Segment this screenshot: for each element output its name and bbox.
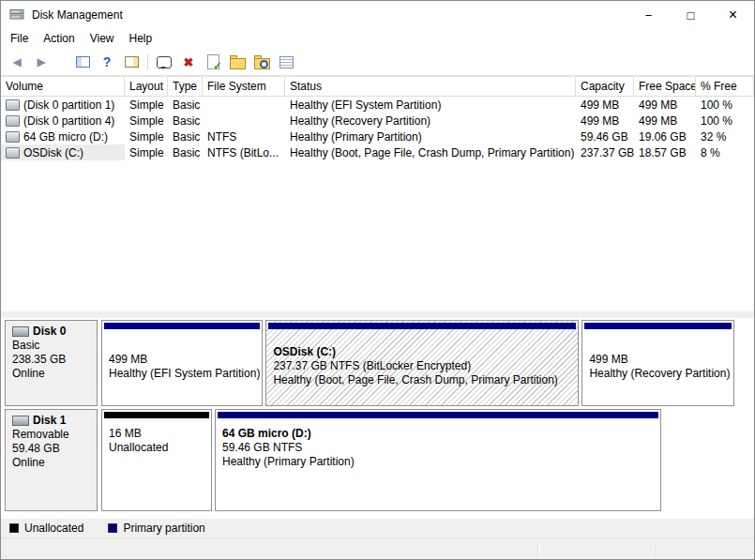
- maximize-button[interactable]: □: [670, 1, 712, 29]
- column-header-capacity[interactable]: Capacity: [576, 77, 634, 96]
- panel-splitter[interactable]: [1, 311, 754, 318]
- cell-free-space: 499 MB: [634, 97, 696, 113]
- disk-1-header[interactable]: Disk 1 Removable 59.48 GB Online: [5, 409, 98, 511]
- partition-osdisk-c[interactable]: OSDisk (C:) 237.37 GB NTFS (BitLocker En…: [265, 320, 579, 406]
- disk-management-window: Disk Management − □ × File Action View H…: [0, 0, 755, 560]
- cell-type: Basic: [168, 144, 203, 160]
- volume-label: (Disk 0 partition 1): [23, 98, 114, 112]
- partition-size: 499 MB: [589, 353, 732, 367]
- column-header-type[interactable]: Type: [168, 77, 203, 96]
- partition-text: OSDisk (C:) 237.37 GB NTFS (BitLocker En…: [268, 329, 576, 403]
- disk-name: Disk 0: [33, 325, 66, 339]
- help-icon[interactable]: ?: [98, 53, 115, 70]
- partition-text: 499 MB Healthy (Recovery Partition): [584, 329, 732, 403]
- minimize-button[interactable]: −: [627, 1, 670, 29]
- partition-status: Healthy (EFI System Partition): [109, 367, 260, 381]
- partition-recovery[interactable]: 499 MB Healthy (Recovery Partition): [581, 320, 734, 406]
- cell-file-system: NTFS (BitLo...: [203, 144, 285, 160]
- page-check-icon: ✓: [207, 54, 219, 69]
- cell-pct-free: 8 %: [696, 144, 754, 160]
- delete-volume-icon[interactable]: ✖: [180, 53, 197, 70]
- cell-volume: (Disk 0 partition 4): [1, 113, 125, 129]
- explore-folder-icon[interactable]: [253, 53, 270, 70]
- task-check-icon[interactable]: ✓: [204, 53, 221, 70]
- disk-0-partitions: 499 MB Healthy (EFI System Partition) OS…: [101, 320, 734, 406]
- column-header-file-system[interactable]: File System: [203, 77, 285, 96]
- column-header-free-space[interactable]: Free Space: [634, 77, 696, 96]
- column-header-pct-free[interactable]: % Free: [696, 77, 754, 96]
- close-button[interactable]: ×: [712, 1, 754, 29]
- cell-pct-free: 100 %: [696, 97, 754, 113]
- window-pane-alt-icon: [125, 56, 139, 68]
- partition-size: 16 MB: [109, 427, 209, 441]
- column-header-layout[interactable]: Layout: [125, 77, 168, 96]
- properties-icon[interactable]: [156, 53, 173, 70]
- volume-list: Volume Layout Type File System Status Ca…: [1, 76, 754, 311]
- list-icon: [279, 56, 294, 68]
- cell-volume: OSDisk (C:): [1, 144, 125, 160]
- cell-file-system: [203, 97, 285, 113]
- menu-file[interactable]: File: [3, 29, 36, 49]
- cell-type: Basic: [168, 113, 203, 129]
- volume-list-header: Volume Layout Type File System Status Ca…: [1, 76, 754, 97]
- cell-capacity: 59.46 GB: [576, 129, 634, 144]
- title-bar: Disk Management − □ ×: [1, 1, 754, 29]
- partition-text: 16 MB Unallocated: [104, 418, 209, 508]
- volume-label: 64 GB micro (D:): [23, 130, 108, 144]
- window-title: Disk Management: [32, 8, 123, 22]
- disk-type: Removable: [12, 428, 97, 442]
- partition-unallocated[interactable]: 16 MB Unallocated: [101, 409, 212, 511]
- partition-efi-system[interactable]: 499 MB Healthy (EFI System Partition): [101, 320, 263, 406]
- cell-free-space: 19.06 GB: [634, 129, 696, 144]
- partition-text: 64 GB micro (D:) 59.46 GB NTFS Healthy (…: [218, 418, 658, 508]
- cell-pct-free: 32 %: [696, 129, 754, 144]
- partition-status: Unallocated: [109, 441, 209, 455]
- primary-partition-swatch: [108, 523, 117, 533]
- partition-color-bar: [584, 323, 732, 329]
- menu-help[interactable]: Help: [122, 29, 160, 49]
- disk-size: 59.48 GB: [12, 442, 97, 456]
- cell-capacity: 499 MB: [576, 97, 634, 113]
- cell-pct-free: 100 %: [696, 113, 754, 129]
- volume-label: (Disk 0 partition 4): [23, 114, 114, 128]
- forward-icon[interactable]: ▶: [33, 53, 50, 70]
- speech-bubble-icon: [157, 56, 172, 68]
- column-header-volume[interactable]: Volume: [1, 77, 125, 96]
- disk-icon: [12, 326, 29, 337]
- table-row[interactable]: (Disk 0 partition 4) Simple Basic Health…: [1, 113, 754, 129]
- app-icon: [9, 7, 24, 24]
- disk-title: Disk 0: [12, 325, 97, 339]
- legend: Unallocated Primary partition: [1, 519, 754, 537]
- toolbar-separator: [147, 54, 148, 69]
- disk-0-header[interactable]: Disk 0 Basic 238.35 GB Online: [5, 320, 98, 406]
- details-view-icon[interactable]: [278, 53, 294, 70]
- open-folder-icon[interactable]: [229, 53, 246, 70]
- cell-layout: Simple: [125, 144, 168, 160]
- partition-color-bar: [218, 412, 658, 418]
- disk-type: Basic: [12, 339, 97, 353]
- partition-status: Healthy (Primary Partition): [222, 455, 658, 469]
- console-tree-icon[interactable]: [74, 53, 91, 70]
- partition-title: 64 GB micro (D:): [222, 427, 658, 441]
- table-row[interactable]: 64 GB micro (D:) Simple Basic NTFS Healt…: [1, 129, 754, 144]
- volume-icon: [6, 147, 20, 159]
- window-pane-icon: [76, 56, 90, 68]
- partition-micro-d[interactable]: 64 GB micro (D:) 59.46 GB NTFS Healthy (…: [215, 409, 661, 511]
- action-pane-icon[interactable]: [123, 53, 140, 70]
- column-header-status[interactable]: Status: [285, 77, 576, 96]
- menu-view[interactable]: View: [83, 29, 122, 49]
- cell-type: Basic: [168, 129, 203, 144]
- disk-name: Disk 1: [33, 414, 66, 428]
- legend-label: Unallocated: [24, 522, 83, 535]
- back-icon[interactable]: ◀: [8, 53, 25, 70]
- menu-action[interactable]: Action: [36, 29, 82, 49]
- partition-text: 499 MB Healthy (EFI System Partition): [104, 329, 260, 403]
- cell-layout: Simple: [125, 129, 168, 144]
- legend-unallocated: Unallocated: [9, 522, 83, 535]
- volume-icon: [6, 131, 20, 143]
- partition-size: 499 MB: [109, 353, 260, 367]
- table-row-selected[interactable]: OSDisk (C:) Simple Basic NTFS (BitLo... …: [1, 144, 754, 160]
- cell-capacity: 499 MB: [576, 113, 634, 129]
- table-row[interactable]: (Disk 0 partition 1) Simple Basic Health…: [1, 97, 754, 113]
- disk-1-row: Disk 1 Removable 59.48 GB Online 16 MB U…: [5, 409, 734, 511]
